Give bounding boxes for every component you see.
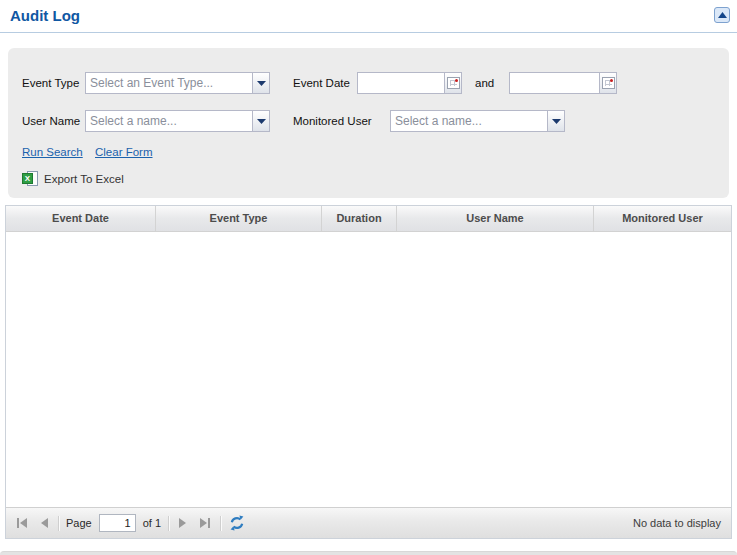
event-date-to-field[interactable]: [509, 72, 617, 94]
event-type-label: Event Type: [22, 77, 79, 89]
last-page-button[interactable]: [197, 516, 213, 530]
user-name-dropdown-trigger[interactable]: [252, 111, 269, 131]
export-to-excel-label: Export To Excel: [44, 173, 124, 185]
audit-log-grid: Event Date Event Type Duration User Name…: [5, 205, 732, 539]
user-name-input[interactable]: [86, 111, 252, 131]
refresh-button[interactable]: [228, 514, 246, 532]
page-label: Page: [66, 517, 92, 529]
monitored-user-label: Monitored User: [293, 115, 372, 127]
header-divider: [0, 32, 737, 33]
event-type-dropdown-trigger[interactable]: [252, 73, 269, 93]
collapse-panel-button[interactable]: [714, 7, 730, 23]
clear-form-link[interactable]: Clear Form: [95, 146, 153, 158]
previous-page-button[interactable]: [37, 516, 51, 530]
chevron-down-icon: [552, 119, 561, 124]
event-date-label: Event Date: [293, 77, 350, 89]
chevron-down-icon: [257, 119, 266, 124]
event-date-from-field[interactable]: [357, 72, 462, 94]
date-range-conjunction: and: [475, 77, 494, 89]
grid-header: Event Date Event Type Duration User Name…: [6, 206, 731, 232]
first-page-icon: [15, 517, 29, 529]
chevron-up-icon: [718, 12, 727, 18]
monitored-user-input[interactable]: [391, 111, 547, 131]
monitored-user-combobox[interactable]: [390, 110, 565, 132]
export-to-excel-button[interactable]: X Export To Excel: [22, 171, 124, 187]
page-count-label: of 1: [143, 517, 161, 529]
calendar-icon: [602, 77, 615, 89]
refresh-icon: [229, 515, 245, 531]
run-search-link[interactable]: Run Search: [22, 146, 83, 158]
monitored-user-dropdown-trigger[interactable]: [547, 111, 564, 131]
column-header-event-type[interactable]: Event Type: [156, 206, 322, 231]
previous-page-icon: [38, 517, 50, 529]
excel-icon: X: [22, 171, 38, 187]
toolbar-separator: [168, 516, 169, 531]
last-page-icon: [198, 517, 212, 529]
page-title: Audit Log: [10, 7, 80, 24]
calendar-icon: [447, 77, 460, 89]
event-date-from-calendar-trigger[interactable]: [444, 73, 461, 93]
event-type-input[interactable]: [86, 73, 252, 93]
next-page-button[interactable]: [176, 516, 190, 530]
first-page-button[interactable]: [14, 516, 30, 530]
user-name-combobox[interactable]: [85, 110, 270, 132]
next-page-icon: [177, 517, 189, 529]
paging-toolbar: Page of 1: [6, 507, 731, 538]
search-form: Event Type Event Date and User Name: [8, 48, 729, 198]
user-name-label: User Name: [22, 115, 80, 127]
event-date-to-input[interactable]: [510, 73, 599, 93]
column-header-event-date[interactable]: Event Date: [6, 206, 156, 231]
column-header-duration[interactable]: Duration: [322, 206, 397, 231]
audit-log-panel: Audit Log Event Type Event Date and: [0, 0, 737, 555]
chevron-down-icon: [257, 81, 266, 86]
event-date-from-input[interactable]: [358, 73, 444, 93]
outer-panel-bottom-edge: [0, 551, 737, 555]
column-header-monitored-user[interactable]: Monitored User: [594, 206, 731, 231]
grid-body-empty: [6, 232, 731, 507]
empty-grid-status: No data to display: [633, 517, 721, 529]
event-date-to-calendar-trigger[interactable]: [599, 73, 616, 93]
page-number-input[interactable]: [99, 514, 136, 532]
column-header-user-name[interactable]: User Name: [397, 206, 594, 231]
toolbar-separator: [220, 516, 221, 531]
event-type-combobox[interactable]: [85, 72, 270, 94]
toolbar-separator: [58, 516, 59, 531]
